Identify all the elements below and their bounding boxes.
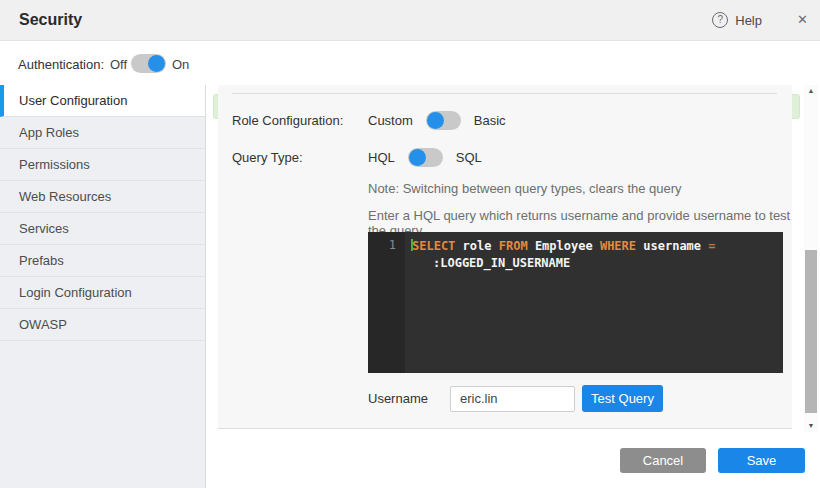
toggle-knob xyxy=(409,149,426,166)
sidebar-item-web-resources[interactable]: Web Resources xyxy=(0,181,205,213)
sidebar-item-label: Login Configuration xyxy=(19,285,132,300)
scrollbar-thumb[interactable] xyxy=(805,250,817,413)
role-configuration-toggle[interactable] xyxy=(426,111,461,130)
close-icon[interactable]: ✕ xyxy=(797,12,808,27)
role-custom-label: Custom xyxy=(368,113,413,128)
user-configuration-panel: Role Configuration: Custom Basic Query T… xyxy=(218,85,792,429)
query-type-toggle[interactable] xyxy=(408,148,443,167)
sidebar-item-label: Prefabs xyxy=(19,253,64,268)
authentication-label: Authentication: xyxy=(18,57,104,72)
sidebar-item-services[interactable]: Services xyxy=(0,213,205,245)
username-test-row: Username Test Query xyxy=(368,385,663,412)
section-divider xyxy=(232,93,777,94)
authentication-bar: Authentication: Off On ✓ Tested query su… xyxy=(0,42,820,85)
help-label: Help xyxy=(735,13,762,28)
save-button[interactable]: Save xyxy=(718,448,805,473)
toggle-knob xyxy=(427,112,444,129)
sidebar-item-app-roles[interactable]: App Roles xyxy=(0,117,205,149)
test-query-button[interactable]: Test Query xyxy=(582,385,663,412)
code-line-wrap: :LOGGED_IN_USERNAME xyxy=(411,255,779,272)
scroll-up-icon[interactable]: ▲ xyxy=(804,85,818,97)
toggle-knob xyxy=(148,55,165,72)
vertical-scrollbar[interactable]: ▲ ▼ xyxy=(804,85,818,432)
sidebar-item-label: OWASP xyxy=(19,317,67,332)
sidebar-item-label: Services xyxy=(19,221,69,236)
sidebar-item-user-configuration[interactable]: User Configuration xyxy=(0,85,205,117)
sidebar-item-label: Web Resources xyxy=(19,189,111,204)
sidebar-item-label: User Configuration xyxy=(19,93,127,108)
query-type-label: Query Type: xyxy=(232,150,368,165)
authentication-on-label: On xyxy=(172,57,189,72)
cancel-button[interactable]: Cancel xyxy=(620,448,706,473)
authentication-toggle[interactable] xyxy=(131,54,166,73)
sidebar-item-prefabs[interactable]: Prefabs xyxy=(0,245,205,277)
line-number: 1 xyxy=(368,238,396,252)
page-title: Security xyxy=(19,11,82,29)
editor-gutter: 1 xyxy=(368,232,405,373)
role-basic-label: Basic xyxy=(474,113,506,128)
authentication-off-label: Off xyxy=(110,57,127,72)
sidebar-item-permissions[interactable]: Permissions xyxy=(0,149,205,181)
query-code-editor[interactable]: 1 SELECT role FROM Employee WHERE userna… xyxy=(368,232,783,373)
help-button[interactable]: ? Help xyxy=(712,12,762,28)
sidebar-item-owasp[interactable]: OWASP xyxy=(0,309,205,341)
role-configuration-value: Custom Basic xyxy=(368,111,506,130)
query-hql-label: HQL xyxy=(368,150,395,165)
dialog-header: Security ? Help ✕ xyxy=(0,0,820,41)
sidebar-item-login-configuration[interactable]: Login Configuration xyxy=(0,277,205,309)
sidebar-nav: User ConfigurationApp RolesPermissionsWe… xyxy=(0,85,206,488)
code-line: SELECT role FROM Employee WHERE username… xyxy=(411,238,779,255)
query-type-value: HQL SQL xyxy=(368,148,482,167)
role-configuration-row: Role Configuration: Custom Basic xyxy=(232,106,506,134)
role-configuration-label: Role Configuration: xyxy=(232,113,368,128)
security-dialog: Security ? Help ✕ Authentication: Off On… xyxy=(0,0,820,488)
username-label: Username xyxy=(368,391,450,406)
query-sql-label: SQL xyxy=(456,150,482,165)
code-content[interactable]: SELECT role FROM Employee WHERE username… xyxy=(405,232,783,373)
sidebar-item-label: Permissions xyxy=(19,157,90,172)
query-type-row: Query Type: HQL SQL xyxy=(232,143,482,171)
help-question-icon: ? xyxy=(712,12,728,28)
query-type-note: Note: Switching between query types, cle… xyxy=(368,181,682,196)
scroll-down-icon[interactable]: ▼ xyxy=(804,420,818,432)
username-input[interactable] xyxy=(450,386,575,412)
sidebar-item-label: App Roles xyxy=(19,125,79,140)
